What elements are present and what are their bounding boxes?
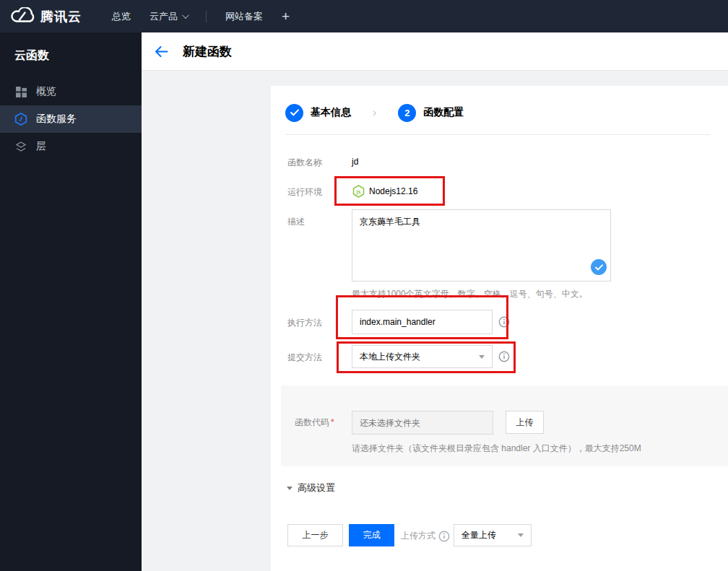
description-label: 描述 [287, 216, 305, 228]
sidebar-item-overview[interactable]: 概览 [0, 78, 142, 105]
sidebar-item-label: 层 [36, 140, 46, 153]
caret-down-icon [479, 355, 485, 359]
advanced-settings-toggle[interactable]: 高级设置 [287, 481, 335, 494]
handler-input[interactable] [352, 310, 493, 334]
chevron-right-icon: › [373, 106, 376, 119]
main-area: 新建函数 基本信息 › 2 函数配置 函数名称 jd 运行环境 [142, 32, 728, 571]
runtime-label: 运行环境 [287, 186, 322, 199]
create-function-card: 基本信息 › 2 函数配置 函数名称 jd 运行环境 js Nodejs12.1… [271, 86, 728, 571]
description-textarea[interactable]: 京东薅羊毛工具 [352, 209, 611, 282]
submit-method-value: 本地上传文件夹 [360, 351, 420, 363]
top-navbar: 腾讯云 总览 云产品 网站备案 + [0, 0, 728, 32]
step1-label: 基本信息 [311, 106, 351, 119]
check-badge-icon [591, 259, 607, 275]
back-button[interactable] [155, 45, 168, 58]
finish-button[interactable]: 完成 [349, 524, 394, 546]
page-header: 新建函数 [142, 32, 728, 71]
upload-button[interactable]: 上传 [506, 411, 544, 434]
caret-down-icon [518, 533, 524, 537]
grid-icon [14, 85, 27, 98]
upload-mode-info-icon[interactable] [438, 531, 450, 542]
function-code-helper: 请选择文件夹（该文件夹根目录应包含 handler 入口文件），最大支持250M [352, 443, 641, 455]
nodejs-icon: js [352, 185, 365, 201]
sidebar-item-label: 概览 [36, 85, 56, 98]
required-mark: * [331, 417, 334, 427]
arrow-left-icon [155, 45, 168, 58]
sidebar-item-label: 函数服务 [36, 113, 77, 126]
layers-icon [14, 140, 27, 153]
add-tab-icon[interactable]: + [282, 9, 290, 25]
svg-text:js: js [356, 189, 361, 195]
page-title: 新建函数 [183, 43, 232, 60]
sidebar-item-layers[interactable]: 层 [0, 133, 142, 160]
brand-name: 腾讯云 [40, 8, 82, 25]
function-name-value: jd [352, 157, 358, 167]
sidebar-title: 云函数 [0, 32, 142, 78]
chevron-down-icon [182, 12, 189, 19]
tencent-cloud-logo[interactable]: 腾讯云 [0, 7, 92, 26]
submit-method-select[interactable]: 本地上传文件夹 [352, 345, 493, 368]
cloud-logo-icon [10, 7, 35, 26]
handler-label: 执行方法 [287, 317, 322, 329]
upload-mode-select[interactable]: 全量上传 [454, 524, 532, 546]
handler-info-icon[interactable] [498, 316, 510, 328]
nav-item-overview[interactable]: 总览 [112, 10, 131, 23]
step2-number-circle: 2 [398, 104, 416, 122]
submit-method-info-icon[interactable] [498, 351, 510, 362]
previous-step-button[interactable]: 上一步 [287, 524, 343, 546]
sidebar: 云函数 概览 函数服务 层 [0, 32, 142, 571]
content-area: 基本信息 › 2 函数配置 函数名称 jd 运行环境 js Nodejs12.1… [142, 71, 728, 571]
steps-divider [285, 134, 711, 135]
step1-done-circle [285, 104, 303, 122]
upload-mode-label-group: 上传方式 [401, 530, 450, 542]
step-indicator: 基本信息 › 2 函数配置 [285, 103, 464, 122]
triangle-down-icon [287, 487, 292, 490]
function-code-label: 函数代码* [295, 417, 334, 429]
check-icon [290, 109, 299, 116]
submit-method-label: 提交方法 [287, 352, 322, 364]
step2-label: 函数配置 [423, 106, 464, 119]
folder-path-input [352, 411, 493, 435]
sidebar-item-function-service[interactable]: 函数服务 [0, 105, 142, 133]
upload-mode-label: 上传方式 [401, 530, 436, 542]
nav-divider [206, 11, 207, 22]
advanced-settings-label: 高级设置 [298, 481, 335, 494]
function-name-label: 函数名称 [287, 157, 322, 169]
nav-item-products[interactable]: 云产品 [150, 10, 187, 23]
function-hexagon-icon [14, 113, 27, 126]
upload-mode-value: 全量上传 [462, 529, 496, 541]
description-helper: 最大支持1000个英文字母、数字、空格、逗号、句号、中文。 [352, 288, 588, 300]
runtime-value: Nodejs12.16 [369, 186, 417, 196]
nav-item-icp-filing[interactable]: 网站备案 [225, 10, 263, 23]
